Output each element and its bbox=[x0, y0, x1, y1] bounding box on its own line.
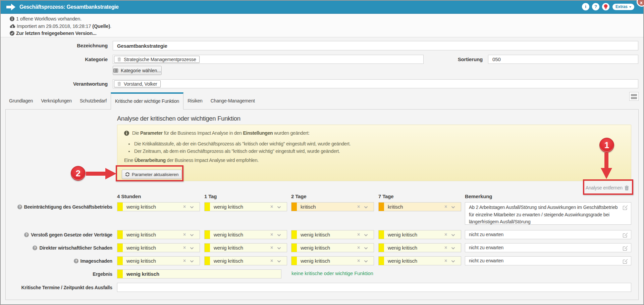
level-color-strip bbox=[379, 244, 384, 252]
criticality-select[interactable]: wenig kritisch × bbox=[117, 256, 200, 265]
edit-icon[interactable] bbox=[623, 259, 628, 264]
chevron-down-icon[interactable] bbox=[277, 206, 281, 209]
alert-bullet-list: Die Kritikalitätsstufe, ab der ein Gesch… bbox=[133, 140, 351, 155]
criticality-select[interactable]: wenig kritisch × bbox=[117, 202, 200, 211]
bemerkung-field[interactable]: nicht zu erwarten bbox=[465, 256, 631, 265]
tab-schutzbedarf[interactable]: Schutzbedarf bbox=[76, 92, 111, 109]
level-color-strip bbox=[291, 203, 297, 211]
clear-icon[interactable]: × bbox=[357, 245, 360, 250]
tab-risiken[interactable]: Risiken bbox=[183, 92, 207, 109]
edit-icon[interactable] bbox=[623, 232, 628, 237]
criticality-value: wenig kritisch bbox=[301, 258, 330, 264]
chevron-down-icon[interactable] bbox=[190, 206, 194, 209]
list-bar-icon bbox=[631, 94, 637, 96]
criticality-select[interactable]: wenig kritisch × bbox=[378, 256, 461, 265]
tab-bar: GrundlagenVerknüpfungenSchutzbedarfKriti… bbox=[5, 92, 259, 109]
clear-icon[interactable]: × bbox=[270, 245, 273, 250]
chevron-down-icon[interactable] bbox=[451, 260, 455, 263]
alert-recommendation: Eine Überarbeitung der Business Impact A… bbox=[124, 158, 259, 163]
criticality-value: wenig kritisch bbox=[126, 204, 156, 210]
clear-icon[interactable]: × bbox=[357, 258, 360, 263]
clear-icon[interactable]: × bbox=[357, 204, 360, 209]
chevron-down-icon[interactable] bbox=[190, 234, 194, 236]
criticality-value: wenig kritisch bbox=[214, 245, 243, 251]
edit-icon[interactable] bbox=[623, 205, 628, 210]
help-button[interactable]: ? bbox=[592, 3, 599, 10]
criticality-select[interactable]: wenig kritisch × bbox=[117, 243, 200, 252]
clear-icon[interactable]: × bbox=[444, 232, 447, 237]
svg-text:?: ? bbox=[75, 259, 77, 263]
clear-icon[interactable]: × bbox=[270, 204, 273, 209]
criticality-select[interactable]: wenig kritisch × bbox=[291, 243, 374, 252]
kategorie-chip[interactable]: Strategische Managementprozesse bbox=[114, 56, 200, 63]
chevron-down-icon[interactable] bbox=[364, 206, 368, 209]
clear-icon[interactable]: × bbox=[444, 245, 447, 250]
clear-icon[interactable]: × bbox=[444, 204, 447, 209]
info-button[interactable]: i bbox=[582, 3, 589, 10]
clear-icon[interactable]: × bbox=[183, 232, 186, 237]
status-import-text[interactable]: Importiert am 29.05.2018, 16:28:17 (Quel… bbox=[17, 24, 111, 29]
clear-icon[interactable]: × bbox=[270, 232, 273, 237]
verantwortung-field[interactable]: Vorstand, Volker bbox=[113, 79, 638, 88]
chevron-down-icon[interactable] bbox=[364, 247, 368, 250]
chevron-down-icon[interactable] bbox=[277, 260, 281, 263]
criticality-select[interactable]: kritisch × bbox=[378, 202, 461, 211]
chevron-down-icon[interactable] bbox=[277, 234, 281, 236]
criticality-select[interactable]: wenig kritisch × bbox=[291, 256, 374, 265]
verantwortung-chip[interactable]: Vorstand, Volker bbox=[114, 80, 161, 87]
criticality-value: kritisch bbox=[301, 204, 316, 210]
status-workflows-text[interactable]: 1 offene Workflows vorhanden. bbox=[16, 16, 82, 21]
chevron-down-icon[interactable] bbox=[451, 206, 455, 209]
clear-icon[interactable]: × bbox=[183, 204, 186, 209]
kategorie-waehlen-button[interactable]: Kategorie wählen... bbox=[113, 66, 162, 75]
clear-icon[interactable]: × bbox=[444, 258, 447, 263]
bemerkung-field[interactable]: nicht zu erwarten bbox=[465, 230, 631, 239]
edit-icon[interactable] bbox=[623, 246, 628, 251]
extras-button[interactable]: Extras bbox=[612, 4, 634, 10]
criticality-select[interactable]: wenig kritisch × bbox=[291, 230, 374, 239]
tab-grundlagen[interactable]: Grundlagen bbox=[5, 92, 37, 109]
tab-verkn-pfungen[interactable]: Verknüpfungen bbox=[37, 92, 76, 109]
level-color-strip bbox=[117, 244, 123, 252]
tab-change-management[interactable]: Change-Management bbox=[207, 92, 259, 109]
tab-kritische-oder-wichtige-funktion[interactable]: Kritische oder wichtige Funktion bbox=[111, 92, 183, 110]
chevron-down-icon[interactable] bbox=[277, 247, 281, 250]
criticality-select[interactable]: wenig kritisch × bbox=[117, 230, 200, 239]
chevron-down-icon[interactable] bbox=[364, 234, 368, 236]
clear-icon[interactable]: × bbox=[183, 245, 186, 250]
chevron-down-icon[interactable] bbox=[190, 260, 194, 263]
bemerkung-field[interactable]: nicht zu erwarten bbox=[465, 243, 631, 252]
lightbulb-icon bbox=[604, 4, 608, 9]
bemerkung-field[interactable]: Ab 2 Arbeitstagen Ausfall/Störung sind A… bbox=[465, 202, 631, 225]
criticality-select[interactable]: wenig kritisch × bbox=[378, 243, 461, 252]
alert-bullet: Die Kritikalitätsstufe, ab der ein Gesch… bbox=[133, 140, 351, 147]
criticality-select[interactable]: wenig kritisch × bbox=[378, 230, 461, 239]
criticality-select[interactable]: kritisch × bbox=[291, 202, 374, 211]
sortierung-input[interactable]: 050 bbox=[488, 55, 638, 64]
level-color-strip bbox=[205, 244, 210, 252]
bezeichnung-input[interactable]: Gesamtbankstrategie bbox=[113, 41, 638, 50]
hint-bulb-button[interactable] bbox=[602, 3, 609, 10]
kategorie-label: Kategorie bbox=[14, 55, 108, 64]
question-circle-icon: ? bbox=[17, 205, 22, 209]
criticality-select[interactable]: wenig kritisch × bbox=[204, 202, 287, 211]
check-circle-icon bbox=[10, 31, 14, 36]
clear-icon[interactable]: × bbox=[270, 258, 273, 263]
chevron-down-icon[interactable] bbox=[364, 260, 368, 263]
column-header-4-stunden: 4 Stunden bbox=[117, 193, 141, 199]
criticality-select[interactable]: wenig kritisch × bbox=[204, 230, 287, 239]
chevron-down-icon[interactable] bbox=[190, 247, 194, 250]
list-alt-icon bbox=[113, 69, 118, 73]
kategorie-field[interactable]: Strategische Managementprozesse bbox=[113, 55, 424, 64]
text-segment: Überarbeitung bbox=[135, 158, 166, 163]
criticality-select[interactable]: wenig kritisch × bbox=[204, 243, 287, 252]
criticality-select[interactable]: wenig kritisch × bbox=[204, 256, 287, 265]
chevron-down-icon[interactable] bbox=[451, 247, 455, 250]
chevron-down-icon[interactable] bbox=[451, 234, 455, 236]
clear-icon[interactable]: × bbox=[183, 258, 186, 263]
row-label-text: Verstoß gegen Gesetze oder Verträge bbox=[31, 232, 112, 237]
kritische-termine-input[interactable] bbox=[117, 283, 631, 292]
clear-icon[interactable]: × bbox=[357, 232, 360, 237]
view-list-toggle[interactable] bbox=[629, 92, 639, 101]
status-version-link[interactable]: Zur letzten freigegebenen Version... bbox=[16, 31, 97, 36]
